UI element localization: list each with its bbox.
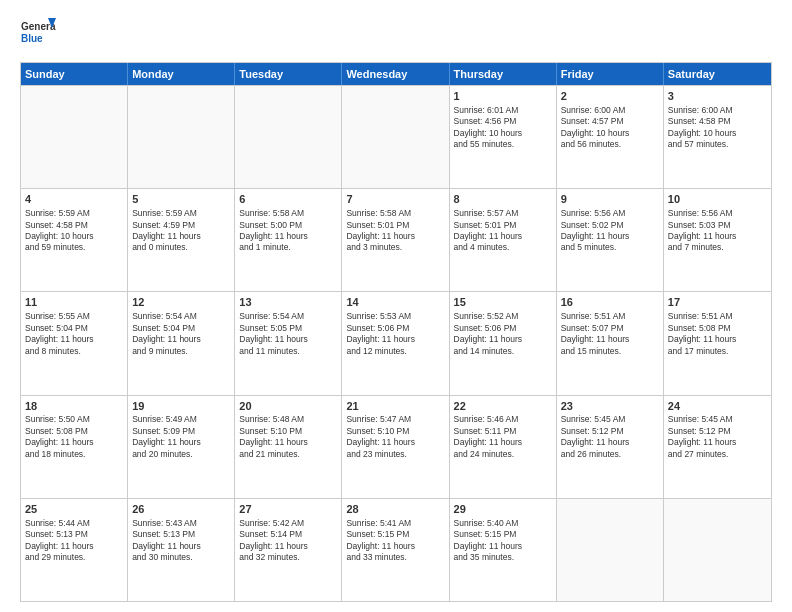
cell-info: Sunset: 5:08 PM: [25, 426, 123, 437]
day-number: 10: [668, 192, 767, 207]
calendar-row-5: 25Sunrise: 5:44 AMSunset: 5:13 PMDayligh…: [21, 498, 771, 601]
cell-info: Daylight: 11 hours: [132, 541, 230, 552]
calendar-cell: 17Sunrise: 5:51 AMSunset: 5:08 PMDayligh…: [664, 292, 771, 394]
cell-info: and 7 minutes.: [668, 242, 767, 253]
cell-info: Sunrise: 6:01 AM: [454, 105, 552, 116]
cell-info: Daylight: 11 hours: [561, 334, 659, 345]
day-number: 3: [668, 89, 767, 104]
cell-info: and 18 minutes.: [25, 449, 123, 460]
cell-info: Sunrise: 5:40 AM: [454, 518, 552, 529]
day-number: 26: [132, 502, 230, 517]
cell-info: and 15 minutes.: [561, 346, 659, 357]
day-number: 7: [346, 192, 444, 207]
day-number: 15: [454, 295, 552, 310]
cell-info: Sunrise: 5:49 AM: [132, 414, 230, 425]
cell-info: and 0 minutes.: [132, 242, 230, 253]
cell-info: Sunrise: 5:45 AM: [668, 414, 767, 425]
cell-info: Daylight: 11 hours: [454, 231, 552, 242]
calendar-cell: 1Sunrise: 6:01 AMSunset: 4:56 PMDaylight…: [450, 86, 557, 188]
cell-info: Daylight: 11 hours: [561, 437, 659, 448]
cell-info: Daylight: 11 hours: [25, 334, 123, 345]
cell-info: Sunrise: 5:59 AM: [132, 208, 230, 219]
calendar-cell: 6Sunrise: 5:58 AMSunset: 5:00 PMDaylight…: [235, 189, 342, 291]
logo: General Blue: [20, 16, 56, 52]
calendar-cell: [557, 499, 664, 601]
cell-info: and 14 minutes.: [454, 346, 552, 357]
calendar-cell: [235, 86, 342, 188]
cell-info: Daylight: 11 hours: [25, 541, 123, 552]
cell-info: Sunrise: 6:00 AM: [668, 105, 767, 116]
cell-info: and 26 minutes.: [561, 449, 659, 460]
cell-info: Sunrise: 5:46 AM: [454, 414, 552, 425]
cell-info: Sunrise: 5:52 AM: [454, 311, 552, 322]
cell-info: Daylight: 11 hours: [132, 437, 230, 448]
day-number: 22: [454, 399, 552, 414]
cell-info: Sunset: 5:06 PM: [454, 323, 552, 334]
cell-info: Daylight: 10 hours: [561, 128, 659, 139]
day-number: 11: [25, 295, 123, 310]
cell-info: Sunset: 5:03 PM: [668, 220, 767, 231]
calendar-cell: 3Sunrise: 6:00 AMSunset: 4:58 PMDaylight…: [664, 86, 771, 188]
svg-text:Blue: Blue: [21, 33, 43, 44]
cell-info: and 4 minutes.: [454, 242, 552, 253]
cell-info: and 33 minutes.: [346, 552, 444, 563]
cell-info: Sunrise: 5:42 AM: [239, 518, 337, 529]
day-number: 29: [454, 502, 552, 517]
cell-info: Sunset: 5:04 PM: [132, 323, 230, 334]
cell-info: Sunrise: 5:53 AM: [346, 311, 444, 322]
calendar-cell: 16Sunrise: 5:51 AMSunset: 5:07 PMDayligh…: [557, 292, 664, 394]
calendar-header-thursday: Thursday: [450, 63, 557, 85]
cell-info: and 20 minutes.: [132, 449, 230, 460]
calendar-cell: [21, 86, 128, 188]
day-number: 19: [132, 399, 230, 414]
cell-info: Sunset: 4:58 PM: [668, 116, 767, 127]
calendar-row-1: 1Sunrise: 6:01 AMSunset: 4:56 PMDaylight…: [21, 85, 771, 188]
cell-info: Sunrise: 5:58 AM: [346, 208, 444, 219]
cell-info: Daylight: 11 hours: [132, 334, 230, 345]
cell-info: and 59 minutes.: [25, 242, 123, 253]
cell-info: Daylight: 10 hours: [454, 128, 552, 139]
cell-info: Daylight: 11 hours: [668, 334, 767, 345]
cell-info: Sunset: 5:10 PM: [346, 426, 444, 437]
cell-info: Sunset: 5:11 PM: [454, 426, 552, 437]
calendar: SundayMondayTuesdayWednesdayThursdayFrid…: [20, 62, 772, 602]
cell-info: Sunset: 5:05 PM: [239, 323, 337, 334]
cell-info: and 17 minutes.: [668, 346, 767, 357]
cell-info: Daylight: 11 hours: [239, 231, 337, 242]
cell-info: and 12 minutes.: [346, 346, 444, 357]
day-number: 21: [346, 399, 444, 414]
calendar-cell: [342, 86, 449, 188]
day-number: 27: [239, 502, 337, 517]
cell-info: Daylight: 11 hours: [454, 541, 552, 552]
calendar-cell: 15Sunrise: 5:52 AMSunset: 5:06 PMDayligh…: [450, 292, 557, 394]
cell-info: Sunset: 4:58 PM: [25, 220, 123, 231]
cell-info: Sunrise: 5:45 AM: [561, 414, 659, 425]
day-number: 4: [25, 192, 123, 207]
cell-info: Sunset: 5:07 PM: [561, 323, 659, 334]
calendar-cell: 22Sunrise: 5:46 AMSunset: 5:11 PMDayligh…: [450, 396, 557, 498]
day-number: 14: [346, 295, 444, 310]
cell-info: and 30 minutes.: [132, 552, 230, 563]
calendar-cell: 29Sunrise: 5:40 AMSunset: 5:15 PMDayligh…: [450, 499, 557, 601]
cell-info: and 8 minutes.: [25, 346, 123, 357]
cell-info: Daylight: 11 hours: [668, 231, 767, 242]
cell-info: Sunset: 5:15 PM: [454, 529, 552, 540]
calendar-cell: 5Sunrise: 5:59 AMSunset: 4:59 PMDaylight…: [128, 189, 235, 291]
calendar-cell: 19Sunrise: 5:49 AMSunset: 5:09 PMDayligh…: [128, 396, 235, 498]
cell-info: Sunset: 4:57 PM: [561, 116, 659, 127]
day-number: 20: [239, 399, 337, 414]
cell-info: Daylight: 11 hours: [454, 437, 552, 448]
calendar-cell: [664, 499, 771, 601]
day-number: 13: [239, 295, 337, 310]
calendar-cell: 8Sunrise: 5:57 AMSunset: 5:01 PMDaylight…: [450, 189, 557, 291]
cell-info: Daylight: 10 hours: [668, 128, 767, 139]
cell-info: Sunrise: 5:47 AM: [346, 414, 444, 425]
cell-info: and 57 minutes.: [668, 139, 767, 150]
cell-info: Daylight: 11 hours: [239, 437, 337, 448]
day-number: 18: [25, 399, 123, 414]
calendar-cell: 2Sunrise: 6:00 AMSunset: 4:57 PMDaylight…: [557, 86, 664, 188]
calendar-header-row: SundayMondayTuesdayWednesdayThursdayFrid…: [21, 63, 771, 85]
cell-info: and 27 minutes.: [668, 449, 767, 460]
page: General Blue SundayMondayTuesdayWednesda…: [0, 0, 792, 612]
cell-info: and 5 minutes.: [561, 242, 659, 253]
